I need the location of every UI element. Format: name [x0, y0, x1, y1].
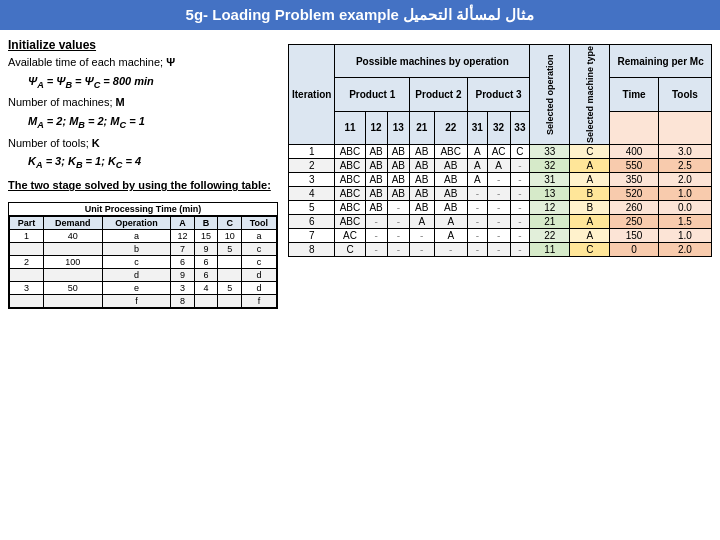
time-cell: 150: [610, 229, 659, 243]
unit-cell: 5: [218, 281, 242, 294]
p2-cell: A: [409, 215, 434, 229]
sel-op-cell: 11: [530, 243, 570, 257]
time-cell: 250: [610, 215, 659, 229]
sel-op-header: Selected operation: [530, 45, 570, 145]
p2-cell: -: [409, 229, 434, 243]
unit-table: Part Demand Operation A B C Tool 140a121…: [9, 216, 277, 308]
p3-cell: -: [487, 229, 510, 243]
p3-cell: -: [487, 187, 510, 201]
p3-cell: -: [487, 173, 510, 187]
p2-cell: -: [434, 243, 467, 257]
unit-cell: [10, 294, 44, 307]
p1-cell: C: [335, 243, 365, 257]
unit-col-demand: Demand: [43, 216, 102, 229]
avail-time-label: Available time of each machine; Ψ: [8, 54, 278, 71]
time-cell: 0: [610, 243, 659, 257]
unit-cell: 40: [43, 229, 102, 242]
sub-col-header: 22: [434, 111, 467, 144]
unit-cell: 9: [194, 242, 218, 255]
tools-cell: 1.0: [658, 187, 711, 201]
p3-cell: -: [487, 215, 510, 229]
unit-cell: 4: [194, 281, 218, 294]
sel-mt-cell: B: [570, 187, 610, 201]
unit-cell: [194, 294, 218, 307]
p2-cell: AB: [409, 187, 434, 201]
p3-cell: AC: [487, 145, 510, 159]
iter-cell: 6: [289, 215, 335, 229]
p1-cell: AB: [387, 187, 409, 201]
unit-cell: [218, 294, 242, 307]
sel-op-cell: 33: [530, 145, 570, 159]
sel-mt-cell: A: [570, 159, 610, 173]
time-cell: 400: [610, 145, 659, 159]
sel-op-cell: 32: [530, 159, 570, 173]
unit-cell: a: [102, 229, 171, 242]
table-row: 6ABC--AA---21A2501.5: [289, 215, 712, 229]
init-values-title: Initialize values: [8, 38, 278, 52]
tools-header: Tools: [658, 78, 711, 111]
iter-cell: 4: [289, 187, 335, 201]
time-cell: 550: [610, 159, 659, 173]
iter-cell: 5: [289, 201, 335, 215]
avail-time-formula: ΨA = ΨB = ΨC = 800 min: [8, 73, 278, 93]
p3-cell: -: [467, 215, 487, 229]
unit-cell: 15: [194, 229, 218, 242]
unit-cell: 5: [218, 242, 242, 255]
table-row: 4ABCABABABAB---13B5201.0: [289, 187, 712, 201]
table-row: 2ABCABABABABAA-32A5502.5: [289, 159, 712, 173]
sub-col-empty: [610, 111, 659, 144]
time-cell: 260: [610, 201, 659, 215]
unit-cell: f: [102, 294, 171, 307]
p3-cell: A: [467, 145, 487, 159]
unit-cell: [43, 294, 102, 307]
tools-cell: 0.0: [658, 201, 711, 215]
unit-cell: f: [241, 294, 276, 307]
unit-cell: e: [102, 281, 171, 294]
sel-mt-cell: A: [570, 229, 610, 243]
unit-col-part: Part: [10, 216, 44, 229]
table-row: 3ABCABABABABA--31A3502.0: [289, 173, 712, 187]
unit-col-c: C: [218, 216, 242, 229]
num-tools-formula: KA = 3; KB = 1; KC = 4: [8, 153, 278, 173]
p1-cell: -: [387, 215, 409, 229]
p2-cell: AB: [409, 173, 434, 187]
unit-processing-title: Unit Processing Time (min): [9, 203, 277, 216]
unit-cell: 2: [10, 255, 44, 268]
unit-cell: 50: [43, 281, 102, 294]
table-row: 7AC---A---22A1501.0: [289, 229, 712, 243]
p2-cell: AB: [409, 145, 434, 159]
sel-mt-cell: C: [570, 243, 610, 257]
p1-cell: -: [365, 243, 387, 257]
iter-cell: 7: [289, 229, 335, 243]
unit-cell: 6: [194, 268, 218, 281]
unit-col-op: Operation: [102, 216, 171, 229]
p2-cell: AB: [434, 159, 467, 173]
main-table: Iteration Possible machines by operation…: [288, 44, 712, 257]
sub-col-header: 32: [487, 111, 510, 144]
unit-cell: 6: [171, 255, 195, 268]
p3-cell: -: [510, 187, 530, 201]
iter-cell: 8: [289, 243, 335, 257]
sub-col-empty: [658, 111, 711, 144]
unit-cell: [10, 268, 44, 281]
table-row: 5ABCAB-ABAB---12B2600.0: [289, 201, 712, 215]
unit-cell: 6: [194, 255, 218, 268]
p3-cell: -: [467, 201, 487, 215]
iter-cell: 3: [289, 173, 335, 187]
tools-cell: 2.5: [658, 159, 711, 173]
p3-cell: -: [487, 243, 510, 257]
table-row: 8C-------11C02.0: [289, 243, 712, 257]
p3-cell: A: [467, 173, 487, 187]
unit-cell: 7: [171, 242, 195, 255]
right-panel: Iteration Possible machines by operation…: [288, 38, 712, 315]
p2-cell: ABC: [434, 145, 467, 159]
sel-mt-cell: C: [570, 145, 610, 159]
p3-cell: -: [467, 243, 487, 257]
p1-cell: AB: [365, 145, 387, 159]
two-stage-label: The two stage solved by using the follow…: [8, 177, 278, 194]
unit-cell: d: [241, 268, 276, 281]
p2-cell: AB: [434, 187, 467, 201]
unit-cell: c: [102, 255, 171, 268]
remaining-header: Remaining per Mc: [610, 45, 712, 78]
p1-cell: ABC: [335, 159, 365, 173]
